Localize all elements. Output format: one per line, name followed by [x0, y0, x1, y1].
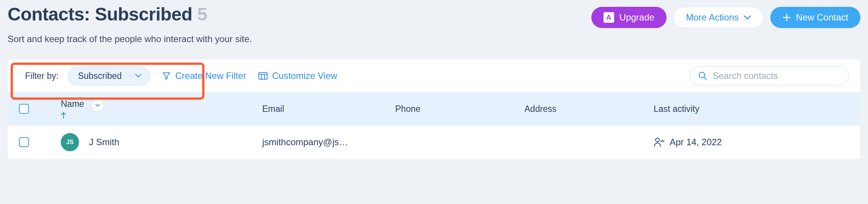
page-title-count: 5 [197, 4, 207, 24]
contacts-panel: Filter by: Subscribed Create New Filter … [8, 60, 860, 159]
create-filter-label: Create New Filter [175, 71, 246, 81]
contact-email: jsmithcompany@js… [262, 137, 395, 148]
page-title: Contacts: Subscribed 5 [8, 4, 252, 25]
table-header-row: Name Email Phone Address Last activity [8, 92, 860, 126]
chevron-down-icon [744, 16, 751, 20]
table-row[interactable]: JS J Smith jsmithcompany@js… Apr 14, 202… [8, 126, 860, 159]
row-checkbox[interactable] [19, 137, 29, 147]
contact-name: J Smith [89, 137, 119, 148]
column-name[interactable]: Name [61, 99, 262, 119]
column-phone[interactable]: Phone [395, 104, 524, 114]
column-last-activity[interactable]: Last activity [654, 104, 849, 114]
search-icon [698, 71, 707, 80]
upgrade-label: Upgrade [619, 12, 654, 23]
svg-point-1 [699, 72, 705, 78]
upgrade-button[interactable]: A Upgrade [591, 7, 667, 28]
chevron-down-icon [135, 74, 141, 78]
filter-icon [162, 72, 171, 80]
search-input[interactable] [713, 71, 840, 81]
chevron-down-icon [95, 104, 100, 107]
filter-dropdown[interactable]: Subscribed [68, 67, 150, 85]
member-activity-icon [654, 137, 664, 147]
column-address[interactable]: Address [524, 104, 654, 114]
customize-view-link[interactable]: Customize View [258, 71, 337, 81]
page-title-prefix: Contacts: [8, 4, 95, 24]
page-subtitle: Sort and keep track of the people who in… [8, 34, 252, 44]
sort-direction-icon [61, 112, 262, 119]
ascend-badge-icon: A [603, 12, 614, 23]
svg-point-2 [656, 138, 659, 142]
select-all-checkbox[interactable] [19, 104, 29, 114]
columns-icon [258, 72, 268, 80]
filter-toolbar: Filter by: Subscribed Create New Filter … [8, 60, 860, 92]
last-activity-value: Apr 14, 2022 [670, 137, 722, 148]
search-container[interactable] [689, 66, 849, 85]
avatar: JS [61, 133, 79, 151]
filter-by-label: Filter by: [25, 71, 59, 81]
column-email[interactable]: Email [262, 104, 395, 114]
new-contact-button[interactable]: New Contact [770, 7, 860, 28]
customize-view-label: Customize View [272, 71, 337, 81]
more-actions-label: More Actions [686, 12, 739, 23]
sort-name-button[interactable] [91, 99, 104, 112]
create-new-filter-link[interactable]: Create New Filter [162, 71, 246, 81]
new-contact-label: New Contact [796, 12, 848, 23]
more-actions-button[interactable]: More Actions [673, 7, 763, 28]
page-title-filter: Subscribed [95, 4, 192, 24]
col-name-label: Name [61, 99, 84, 109]
plus-icon [782, 13, 791, 22]
filter-value: Subscribed [78, 71, 122, 81]
svg-rect-0 [259, 72, 267, 79]
